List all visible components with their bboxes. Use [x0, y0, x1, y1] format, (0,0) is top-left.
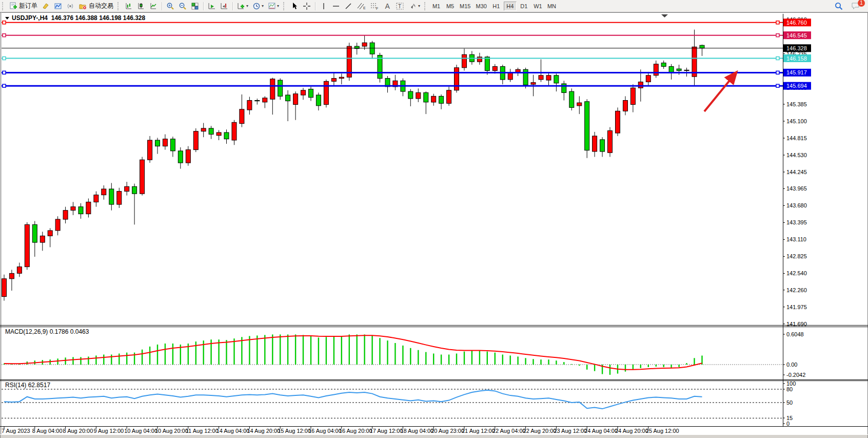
svg-text:145.694: 145.694: [786, 83, 807, 89]
svg-text:15 Aug 12:00: 15 Aug 12:00: [278, 428, 311, 434]
zoom-out-icon: [179, 2, 187, 10]
profile-chart-button[interactable]: [52, 1, 64, 11]
indicators-button[interactable]: ▾: [235, 1, 250, 11]
clock-icon: [252, 2, 261, 10]
candle: [125, 186, 129, 191]
candle: [94, 195, 98, 202]
candle: [286, 95, 290, 101]
timeframe-H1[interactable]: H1: [490, 2, 503, 11]
chat-button[interactable]: 1: [850, 1, 862, 11]
toolbar-grip[interactable]: [117, 2, 121, 10]
candle: [163, 139, 167, 146]
crosshair-button[interactable]: [301, 1, 312, 11]
horizontal-line-icon: [332, 2, 340, 10]
zoom-out-button[interactable]: [177, 1, 188, 11]
svg-text:17 Aug 12:00: 17 Aug 12:00: [370, 428, 403, 434]
candle: [654, 64, 658, 75]
candle: [408, 91, 413, 99]
top-toolbar: 新订单 自动交易: [0, 0, 868, 12]
new-order-button[interactable]: 新订单: [8, 1, 39, 11]
toolbar-separator: [162, 2, 162, 10]
timeframe-M15[interactable]: M15: [458, 2, 472, 11]
candle: [270, 79, 275, 99]
candle: [661, 63, 666, 67]
svg-text:146.760: 146.760: [786, 20, 807, 26]
text-button[interactable]: A: [382, 1, 393, 11]
candle-chart-button[interactable]: [135, 1, 147, 11]
horizontal-line-button[interactable]: [330, 1, 342, 11]
templates-button[interactable]: ▾: [266, 1, 281, 11]
svg-text:144.530: 144.530: [786, 152, 807, 158]
chevron-down-icon: ▾: [262, 4, 264, 8]
symbol-dropdown-icon[interactable]: [5, 17, 9, 20]
svg-text:24 Aug 20:00: 24 Aug 20:00: [615, 428, 648, 434]
candle: [462, 54, 467, 68]
timeframe-W1[interactable]: W1: [531, 2, 544, 11]
timeframe-M5[interactable]: M5: [444, 2, 457, 11]
autotrading-button[interactable]: 自动交易: [77, 1, 115, 11]
arrows-button[interactable]: ▾: [407, 1, 422, 11]
svg-text:146.545: 146.545: [786, 32, 807, 39]
tile-windows-icon: [191, 2, 199, 10]
chevron-down-icon: ▾: [418, 4, 420, 8]
rsi-indicator-label: RSI(14) 62.8517: [5, 382, 50, 389]
candle: [623, 101, 628, 111]
search-button[interactable]: [833, 1, 845, 11]
candle: [209, 128, 213, 135]
periods-button[interactable]: ▾: [251, 1, 265, 11]
toolbar-grip[interactable]: [2, 2, 5, 10]
timeframe-H4[interactable]: H4: [504, 2, 517, 11]
candle: [508, 72, 512, 80]
trendline-button[interactable]: [343, 1, 354, 11]
zoom-in-button[interactable]: [165, 1, 176, 11]
candle: [416, 92, 421, 99]
tile-windows-button[interactable]: [189, 1, 201, 11]
candle: [608, 131, 613, 153]
candle: [186, 150, 190, 163]
vertical-line-button[interactable]: [318, 1, 329, 11]
candle: [132, 186, 137, 194]
line-chart-icon: [149, 2, 157, 10]
candle: [63, 211, 68, 219]
signal-button[interactable]: [65, 1, 76, 11]
timeframe-MN[interactable]: MN: [545, 2, 558, 11]
svg-text:9 Aug 12:00: 9 Aug 12:00: [93, 428, 124, 434]
candle: [224, 132, 229, 139]
chart-ohlc-values: 146.376 146.388 146.198 146.328: [51, 14, 146, 22]
text-label-button[interactable]: T: [394, 1, 406, 11]
chart-title: USDJPY-,H4 146.376 146.388 146.198 146.3…: [5, 14, 145, 22]
cursor-icon: [290, 2, 299, 10]
brush-button[interactable]: [40, 1, 51, 11]
profile-chart-icon: [54, 2, 62, 10]
bar-chart-button[interactable]: [123, 1, 134, 11]
svg-text:14 Aug 20:00: 14 Aug 20:00: [247, 428, 280, 434]
status-strip: [1, 435, 867, 438]
timeframe-M1[interactable]: M1: [430, 2, 443, 11]
new-order-icon: [9, 2, 17, 10]
candle: [117, 192, 122, 205]
trendline-icon: [344, 2, 352, 10]
svg-text:142.540: 142.540: [786, 270, 807, 276]
text-icon: A: [385, 2, 389, 10]
equidistant-channel-button[interactable]: E: [355, 1, 367, 11]
chart-shift-button[interactable]: [219, 1, 230, 11]
svg-text:14 Aug 04:00: 14 Aug 04:00: [216, 428, 250, 434]
templates-icon: [268, 2, 276, 10]
line-chart-button[interactable]: [148, 1, 159, 11]
candle: [140, 160, 145, 194]
candle: [638, 82, 643, 88]
toolbar-separator: [203, 2, 204, 10]
candle: [293, 94, 298, 105]
svg-text:141.975: 141.975: [786, 304, 807, 310]
fibonacci-button[interactable]: F: [368, 1, 381, 11]
auto-scroll-button[interactable]: [206, 1, 218, 11]
search-icon: [834, 2, 843, 11]
cursor-button[interactable]: [289, 1, 300, 11]
candle: [700, 45, 704, 48]
svg-text:16 Aug 20:00: 16 Aug 20:00: [339, 428, 372, 434]
candle: [78, 207, 83, 214]
toolbar-grip[interactable]: [283, 2, 286, 10]
timeframe-D1[interactable]: D1: [518, 2, 530, 11]
timeframe-M30[interactable]: M30: [474, 2, 488, 11]
toolbar-grip[interactable]: [424, 2, 427, 10]
